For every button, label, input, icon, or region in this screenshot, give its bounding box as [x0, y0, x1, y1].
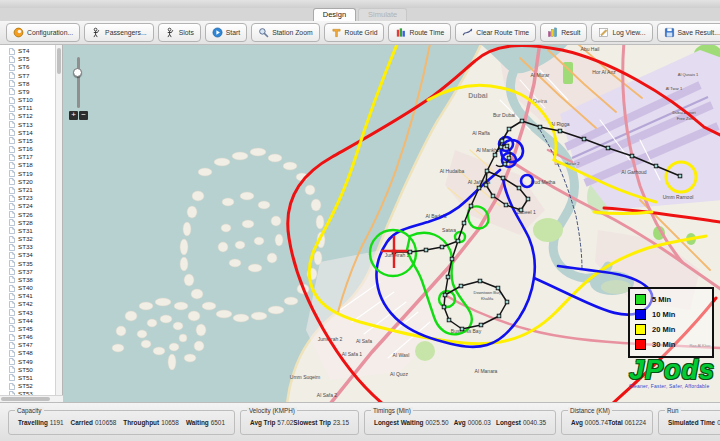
- station-list-item[interactable]: ST49: [0, 358, 55, 366]
- station-node[interactable]: [442, 305, 446, 309]
- station-list-item[interactable]: ST16: [0, 145, 55, 153]
- station-list-item[interactable]: ST26: [0, 210, 55, 218]
- station-zoom-button[interactable]: Station Zoom: [251, 23, 319, 42]
- station-node[interactable]: [503, 162, 507, 166]
- station-list-item[interactable]: ST28: [0, 219, 55, 227]
- station-node[interactable]: [477, 186, 481, 190]
- station-node[interactable]: [496, 286, 500, 290]
- station-node[interactable]: [497, 314, 501, 318]
- station-list-item[interactable]: ST8: [0, 80, 55, 88]
- station-list-item[interactable]: ST41: [0, 292, 55, 300]
- station-list-item[interactable]: ST12: [0, 112, 55, 120]
- station-node[interactable]: [493, 153, 497, 157]
- passengers-button[interactable]: Passengers...: [84, 23, 154, 42]
- station-node[interactable]: [456, 239, 460, 243]
- station-list-item[interactable]: ST24: [0, 202, 55, 210]
- map-zoom-slider[interactable]: [77, 57, 80, 108]
- station-node[interactable]: [654, 164, 658, 168]
- station-list-item[interactable]: ST51: [0, 374, 55, 382]
- station-list-item[interactable]: ST37: [0, 268, 55, 276]
- station-list-item[interactable]: ST34: [0, 251, 55, 259]
- station-node[interactable]: [678, 174, 682, 178]
- station-node[interactable]: [478, 279, 482, 283]
- configuration-button[interactable]: Configuration...: [6, 23, 80, 42]
- station-node[interactable]: [538, 125, 542, 129]
- station-list-item[interactable]: ST43: [0, 309, 55, 317]
- station-list-item[interactable]: ST47: [0, 341, 55, 349]
- scrollbar-thumb[interactable]: [57, 48, 61, 74]
- station-list-item[interactable]: ST15: [0, 137, 55, 145]
- station-list-item[interactable]: ST42: [0, 300, 55, 308]
- station-node[interactable]: [520, 119, 524, 123]
- station-node[interactable]: [447, 318, 451, 322]
- station-node[interactable]: [499, 145, 503, 149]
- station-list-item[interactable]: ST18: [0, 161, 55, 169]
- station-list-item[interactable]: ST52: [0, 382, 55, 390]
- station-list-item[interactable]: ST46: [0, 333, 55, 341]
- station-node[interactable]: [443, 293, 447, 297]
- station-list-item[interactable]: ST7: [0, 72, 55, 80]
- station-node[interactable]: [505, 300, 509, 304]
- zoom-out-button[interactable]: −: [79, 111, 88, 120]
- station-node[interactable]: [491, 194, 495, 198]
- station-node[interactable]: [630, 154, 634, 158]
- station-list-item[interactable]: ST5: [0, 55, 55, 63]
- station-node[interactable]: [606, 146, 610, 150]
- station-node[interactable]: [526, 197, 530, 201]
- station-node[interactable]: [408, 250, 412, 254]
- station-list-item[interactable]: ST20: [0, 178, 55, 186]
- station-node[interactable]: [462, 221, 466, 225]
- station-node[interactable]: [484, 183, 488, 187]
- result-button[interactable]: Result: [540, 23, 587, 42]
- map-zoom-slider-thumb[interactable]: [73, 68, 82, 77]
- station-node[interactable]: [459, 284, 463, 288]
- station-node[interactable]: [469, 204, 473, 208]
- station-list-item[interactable]: ST19: [0, 170, 55, 178]
- zoom-in-button[interactable]: +: [69, 111, 78, 120]
- sidebar-horizontal-scrollbar[interactable]: [0, 395, 63, 402]
- station-node[interactable]: [507, 156, 511, 160]
- slots-button[interactable]: Slots: [158, 23, 201, 42]
- station-list-item[interactable]: ST17: [0, 153, 55, 161]
- station-list-item[interactable]: ST23: [0, 194, 55, 202]
- station-list-item[interactable]: ST50: [0, 366, 55, 374]
- station-list-item[interactable]: ST13: [0, 121, 55, 129]
- sidebar-vertical-scrollbar[interactable]: [55, 45, 62, 395]
- station-node[interactable]: [517, 186, 521, 190]
- station-node[interactable]: [460, 327, 464, 331]
- station-list-item[interactable]: ST14: [0, 129, 55, 137]
- station-node[interactable]: [479, 323, 483, 327]
- station-list-item[interactable]: ST11: [0, 104, 55, 112]
- station-list-item[interactable]: ST6: [0, 63, 55, 71]
- station-node[interactable]: [424, 248, 428, 252]
- start-button[interactable]: Start: [205, 23, 247, 42]
- station-node[interactable]: [450, 257, 454, 261]
- station-node[interactable]: [485, 169, 489, 173]
- station-list-item[interactable]: ST10: [0, 96, 55, 104]
- log-view-button[interactable]: Log View...: [591, 23, 652, 42]
- station-list-item[interactable]: ST31: [0, 227, 55, 235]
- station-list-item[interactable]: ST38: [0, 276, 55, 284]
- clear-route-time-button[interactable]: Clear Route Time: [455, 23, 536, 42]
- station-list-item[interactable]: ST40: [0, 284, 55, 292]
- station-node[interactable]: [507, 127, 511, 131]
- save-result-button[interactable]: Save Result...: [657, 23, 720, 42]
- scrollbar-thumb[interactable]: [1, 397, 50, 401]
- map-viewport[interactable]: Abu HailHor Al AnzAl MurarAl Qusais 1Al …: [63, 45, 720, 402]
- station-list-item[interactable]: ST45: [0, 325, 55, 333]
- station-list-item[interactable]: ST21: [0, 186, 55, 194]
- station-node[interactable]: [446, 275, 450, 279]
- station-node[interactable]: [558, 129, 562, 133]
- station-list-item[interactable]: ST35: [0, 259, 55, 267]
- station-list-item[interactable]: ST48: [0, 349, 55, 357]
- station-list-item[interactable]: ST4: [0, 47, 55, 55]
- station-node[interactable]: [519, 208, 523, 212]
- station-list-item[interactable]: ST44: [0, 317, 55, 325]
- station-node[interactable]: [504, 203, 508, 207]
- station-list-item[interactable]: ST32: [0, 235, 55, 243]
- route-grid-button[interactable]: Route Grid: [324, 23, 385, 42]
- tab-simulate[interactable]: Simulate: [358, 8, 407, 21]
- station-node[interactable]: [582, 137, 586, 141]
- station-list-item[interactable]: ST33: [0, 243, 55, 251]
- station-list-item[interactable]: ST9: [0, 88, 55, 96]
